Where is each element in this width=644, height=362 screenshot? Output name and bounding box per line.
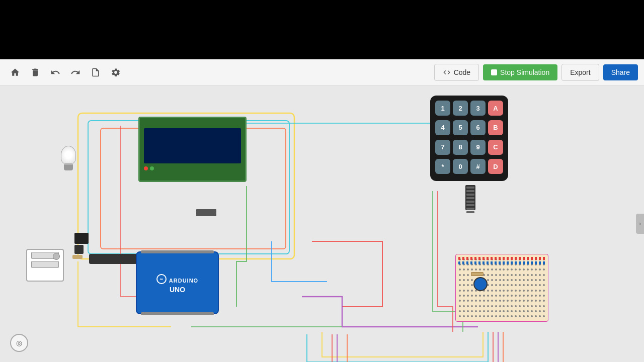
- breadboard-hole: [511, 300, 513, 302]
- breadboard-hole: [491, 300, 493, 302]
- breadboard-hole: [479, 310, 481, 312]
- zoom-control[interactable]: ◎: [10, 334, 28, 352]
- breadboard-hole: [499, 274, 501, 276]
- breadboard-hole: [499, 268, 501, 270]
- breadboard-hole: [463, 300, 465, 302]
- breadboard-hole: [511, 279, 513, 281]
- keypad: 123A456B789C*0#D: [430, 96, 508, 181]
- breadboard-hole: [511, 268, 513, 270]
- collapse-handle[interactable]: ›: [636, 214, 644, 234]
- breadboard-hole: [507, 290, 509, 292]
- keypad-key-7[interactable]: 7: [435, 140, 450, 155]
- keypad-key-C[interactable]: C: [488, 140, 503, 155]
- breadboard-hole: [543, 310, 545, 312]
- keypad-key-8[interactable]: 8: [453, 140, 468, 155]
- breadboard-hole: [519, 300, 521, 302]
- export-button[interactable]: Export: [561, 64, 599, 81]
- breadboard-hole: [507, 274, 509, 276]
- breadboard-hole: [491, 295, 493, 297]
- code-button[interactable]: Code: [434, 64, 479, 81]
- breadboard-hole: [507, 315, 509, 317]
- keypad-key-B[interactable]: B: [488, 120, 503, 135]
- stop-icon: [491, 69, 497, 75]
- arduino-name: UNO: [170, 286, 185, 294]
- breadboard-hole: [463, 295, 465, 297]
- breadboard-hole: [523, 315, 525, 317]
- breadboard-hole: [503, 268, 505, 270]
- breadboard-hole: [515, 300, 517, 302]
- breadboard-hole: [519, 295, 521, 297]
- breadboard-hole: [459, 268, 461, 270]
- keypad-key-4[interactable]: 4: [435, 120, 450, 135]
- breadboard-hole: [535, 300, 537, 302]
- breadboard-hole: [503, 300, 505, 302]
- breadboard-hole: [459, 290, 461, 292]
- keypad-key-6[interactable]: 6: [470, 120, 486, 135]
- breadboard-hole: [479, 295, 481, 297]
- breadboard-hole: [495, 300, 497, 302]
- breadboard-hole: [459, 284, 461, 286]
- breadboard-hole: [535, 268, 537, 270]
- breadboard-hole: [519, 305, 521, 307]
- breadboard-hole: [543, 295, 545, 297]
- breadboard-hole: [511, 295, 513, 297]
- breadboard-hole: [531, 290, 533, 292]
- bulb-glass: [61, 146, 76, 164]
- bulb-base: [64, 164, 73, 170]
- breadboard-hole: [527, 279, 529, 281]
- breadboard-hole: [523, 295, 525, 297]
- breadboard-hole: [495, 310, 497, 312]
- settings-button[interactable]: [107, 63, 125, 81]
- home-button[interactable]: [6, 63, 24, 81]
- breadboard-hole: [459, 310, 461, 312]
- breadboard-hole: [475, 300, 477, 302]
- breadboard-hole: [471, 290, 473, 292]
- breadboard-hole: [499, 295, 501, 297]
- breadboard-hole: [479, 300, 481, 302]
- breadboard-hole: [495, 279, 497, 281]
- breadboard-hole: [459, 315, 461, 317]
- breadboard-hole: [471, 295, 473, 297]
- breadboard-hole: [531, 310, 533, 312]
- keypad-key-1[interactable]: 1: [435, 101, 450, 116]
- keypad-key-D[interactable]: D: [488, 159, 503, 174]
- redo-button[interactable]: [66, 63, 85, 81]
- breadboard-hole: [459, 279, 461, 281]
- breadboard-hole: [539, 268, 541, 270]
- breadboard-hole: [527, 300, 529, 302]
- breadboard-hole: [507, 305, 509, 307]
- breadboard-hole: [531, 274, 533, 276]
- breadboard-hole: [491, 268, 493, 270]
- breadboard-hole: [515, 295, 517, 297]
- keypad-key-9[interactable]: 9: [470, 140, 486, 155]
- breadboard-hole: [491, 284, 493, 286]
- breadboard-hole: [479, 305, 481, 307]
- keypad-key-5[interactable]: 5: [453, 120, 468, 135]
- keypad-key-3[interactable]: 3: [470, 101, 486, 116]
- breadboard-hole: [527, 315, 529, 317]
- breadboard-hole: [463, 315, 465, 317]
- stop-simulation-button[interactable]: Stop Simulation: [483, 64, 557, 80]
- keypad-key-*[interactable]: *: [435, 159, 450, 174]
- notes-button[interactable]: [87, 63, 105, 81]
- breadboard-hole: [467, 290, 469, 292]
- breadboard-hole: [499, 310, 501, 312]
- keypad-key-A[interactable]: A: [488, 101, 503, 116]
- breadboard-hole: [463, 310, 465, 312]
- keypad-key-2[interactable]: 2: [453, 101, 468, 116]
- breadboard-hole: [535, 274, 537, 276]
- breadboard-hole: [491, 279, 493, 281]
- canvas-area[interactable]: ∞ ARDUINO UNO: [0, 85, 644, 362]
- undo-button[interactable]: [46, 63, 64, 81]
- toolbar: Code Stop Simulation Export Share: [0, 59, 644, 85]
- breadboard-hole: [471, 315, 473, 317]
- breadboard-hole: [527, 274, 529, 276]
- delete-button[interactable]: [26, 63, 44, 81]
- breadboard-hole: [535, 295, 537, 297]
- breadboard-hole: [499, 300, 501, 302]
- keypad-key-#[interactable]: #: [470, 159, 486, 174]
- share-button[interactable]: Share: [603, 64, 638, 80]
- breadboard-hole: [467, 300, 469, 302]
- keypad-key-0[interactable]: 0: [453, 159, 468, 174]
- breadboard-hole: [523, 284, 525, 286]
